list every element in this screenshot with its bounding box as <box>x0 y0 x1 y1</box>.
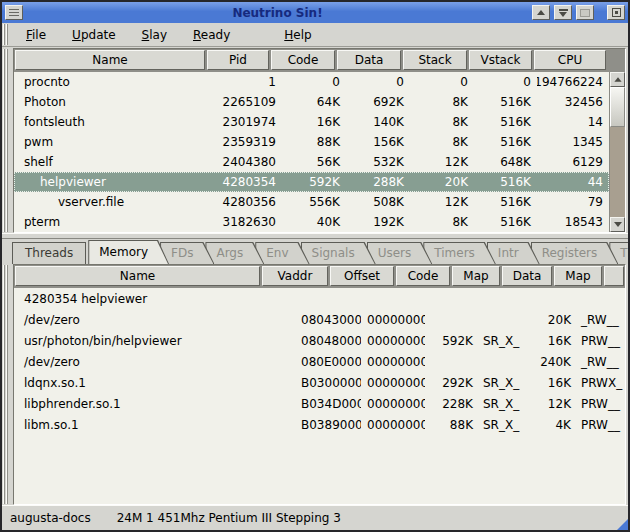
table-row[interactable]: fontsleuth 2301974 16K 140K 8K 516K 14 <box>14 112 609 132</box>
column-header-stack[interactable]: Stack <box>403 50 467 70</box>
column-header-map[interactable]: Map <box>554 266 602 286</box>
table-row[interactable]: procnto 1 0 0 0 0 194766224 <box>14 72 609 92</box>
column-header-vaddr[interactable]: Vaddr <box>262 266 328 286</box>
column-header-pid[interactable]: Pid <box>207 50 269 70</box>
process-table-header: Name Pid Code Data Stack Vstack CPU <box>14 49 625 72</box>
memory-rows: 4280354 helpviewer /dev/zero 08043000 00… <box>14 288 625 504</box>
memory-map-flags: SR_X_ <box>479 334 527 348</box>
column-header-code[interactable]: Code <box>271 50 335 70</box>
memory-map-flags: _RW__ <box>577 313 625 327</box>
process-data: 692K <box>346 95 410 109</box>
list-item: /dev/zero 08043000 00000000 20K _RW__ <box>14 309 625 330</box>
menu-ready[interactable]: Ready <box>180 25 243 45</box>
memory-code: 88K <box>425 418 479 432</box>
memory-map-flags: SR_X_ <box>479 397 527 411</box>
roll-down-button[interactable] <box>554 5 572 20</box>
process-scrollbar[interactable] <box>609 72 625 232</box>
process-pid: 2404380 <box>220 155 282 169</box>
process-vstack: 516K <box>474 215 537 229</box>
detail-panel: Threads Memory FDs Args Env Signals User… <box>2 239 628 505</box>
triangle-up-icon <box>614 77 621 82</box>
memory-name: libm.so.1 <box>14 418 295 432</box>
triangle-down-icon <box>614 222 622 227</box>
menubar-drag-handle[interactable] <box>3 24 11 45</box>
window-menu-button[interactable] <box>5 5 23 20</box>
process-stack: 8K <box>410 95 474 109</box>
process-pid: 4280354 <box>220 175 282 189</box>
scrollbar-track[interactable] <box>610 127 625 217</box>
resize-grip-icon[interactable] <box>617 519 628 530</box>
column-header-cpu[interactable]: CPU <box>534 50 606 70</box>
list-item: libm.so.1 B0389000 00000000 88K SR_X_ 4K… <box>14 414 625 435</box>
maximize-button[interactable] <box>576 5 594 20</box>
close-button[interactable] <box>607 5 625 20</box>
menu-update[interactable]: Update <box>59 25 128 45</box>
window-title: Neutrino Sin! <box>27 6 528 20</box>
process-name: procnto <box>14 75 220 89</box>
table-row[interactable]: Photon 2265109 64K 692K 8K 516K 32456 <box>14 92 609 112</box>
process-pid: 3182630 <box>220 215 282 229</box>
scrollbar-thumb[interactable] <box>610 87 625 127</box>
column-header-map[interactable]: Map <box>452 266 500 286</box>
memory-data: 16K <box>527 334 577 348</box>
tab-timers[interactable]: Timers <box>423 242 496 264</box>
table-row[interactable]: pterm 3182630 40K 192K 8K 516K 18543 <box>14 212 609 232</box>
tab-users[interactable]: Users <box>367 242 433 264</box>
column-header-name[interactable]: Name <box>15 50 205 70</box>
process-cpu: 32456 <box>537 95 609 109</box>
memory-map-flags: SR_X_ <box>479 418 527 432</box>
tab-memory[interactable]: Memory <box>88 240 169 264</box>
process-pid: 1 <box>220 75 282 89</box>
collapse-button[interactable] <box>532 5 550 20</box>
header-filler <box>604 266 624 286</box>
memory-vaddr: 08043000 <box>295 313 361 327</box>
memory-offset: 00000000 <box>361 313 425 327</box>
tab-registers[interactable]: Registers <box>531 242 619 264</box>
scroll-down-button[interactable] <box>610 217 625 232</box>
status-hostname: augusta-docs <box>10 511 91 525</box>
table-row[interactable]: shelf 2404380 56K 532K 12K 648K 6129 <box>14 152 609 172</box>
memory-map-flags: PRW__ <box>577 334 625 348</box>
process-cpu: 194766224 <box>537 75 609 89</box>
scroll-up-button[interactable] <box>610 72 625 87</box>
process-code: 0 <box>282 75 346 89</box>
menu-slay[interactable]: Slay <box>129 25 180 45</box>
memory-name: 4280354 helpviewer <box>14 292 295 306</box>
menu-file[interactable]: File <box>13 25 59 45</box>
process-data: 140K <box>346 115 410 129</box>
detail-panel-drag-handle[interactable] <box>3 265 11 504</box>
app-window: Neutrino Sin! File Update Slay Ready Hel… <box>0 0 630 532</box>
process-name: pwm <box>14 135 220 149</box>
memory-map-flags: PRWX_ <box>577 376 625 390</box>
process-cpu: 14 <box>537 115 609 129</box>
column-header-name[interactable]: Name <box>15 266 260 286</box>
process-panel-drag-handle[interactable] <box>3 49 11 232</box>
memory-name: ldqnx.so.1 <box>14 376 295 390</box>
process-code: 88K <box>282 135 346 149</box>
table-row[interactable]: vserver.file 4280356 556K 508K 12K 516K … <box>14 192 609 212</box>
table-row[interactable]: pwm 2359319 88K 156K 8K 516K 1345 <box>14 132 609 152</box>
column-header-code[interactable]: Code <box>396 266 450 286</box>
column-header-data[interactable]: Data <box>502 266 552 286</box>
process-cpu: 44 <box>537 175 609 189</box>
column-header-vstack[interactable]: Vstack <box>469 50 532 70</box>
memory-map-flags: PRW__ <box>577 397 625 411</box>
memory-data: 12K <box>527 397 577 411</box>
menu-help[interactable]: Help <box>271 25 324 45</box>
memory-code: 592K <box>425 334 479 348</box>
tab-signals[interactable]: Signals <box>301 242 376 264</box>
memory-vaddr: B0300000 <box>295 376 361 390</box>
tab-threads[interactable]: Threads <box>12 242 86 264</box>
memory-code: 292K <box>425 376 479 390</box>
list-item: /dev/zero 080E0000 00000000 240K _RW__ <box>14 351 625 372</box>
process-stack: 12K <box>410 195 474 209</box>
column-header-offset[interactable]: Offset <box>330 266 394 286</box>
column-header-data[interactable]: Data <box>337 50 401 70</box>
memory-offset: 00000000 <box>361 397 425 411</box>
table-row-selected[interactable]: helpviewer 4280354 592K 288K 20K 516K 44 <box>14 172 609 192</box>
memory-offset: 00000000 <box>361 334 425 348</box>
process-code: 16K <box>282 115 346 129</box>
process-name: fontsleuth <box>14 115 220 129</box>
window-rect-icon <box>580 9 590 17</box>
memory-offset: 00000000 <box>361 355 425 369</box>
